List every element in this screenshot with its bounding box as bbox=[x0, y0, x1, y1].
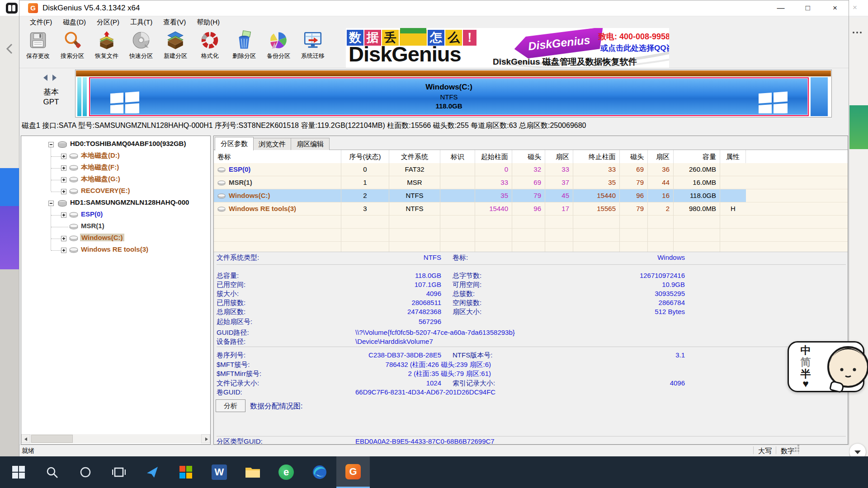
partition-icon bbox=[217, 167, 226, 173]
cortana-button[interactable] bbox=[69, 456, 102, 488]
pinned-app-edge[interactable] bbox=[303, 456, 336, 488]
expand-icon[interactable] bbox=[61, 177, 66, 183]
col-header[interactable]: 卷标 bbox=[214, 150, 341, 164]
format-button[interactable]: 格式化 bbox=[193, 28, 227, 67]
menu-view[interactable]: 查看(V) bbox=[158, 17, 191, 28]
col-header[interactable]: 容量 bbox=[674, 150, 720, 164]
collapse-icon[interactable] bbox=[48, 201, 54, 206]
left-background-strip bbox=[0, 16, 19, 456]
tree-item-local-disk-g[interactable]: 本地磁盘(G:) bbox=[21, 174, 210, 186]
delete-partition-button[interactable]: 删除分区 bbox=[227, 28, 261, 67]
expand-icon[interactable] bbox=[61, 154, 66, 159]
windows-re-partition-segment[interactable] bbox=[811, 77, 828, 116]
resize-grip[interactable] bbox=[792, 450, 794, 452]
new-partition-button[interactable]: 新建分区 bbox=[158, 28, 193, 67]
guid-path-value: \\?\Volume{fcf0fc5b-5207-47ce-a60a-7da61… bbox=[355, 328, 515, 338]
menu-help[interactable]: 帮助(H) bbox=[192, 17, 225, 28]
ad-banner[interactable]: 数 据 丢 怎 么 ！ DiskGenius DiskGenius 致电: 40… bbox=[346, 28, 669, 68]
tree-item-windows-c[interactable]: Windows(C:) bbox=[21, 233, 210, 244]
scroll-right-icon[interactable] bbox=[201, 434, 210, 443]
col-header[interactable]: 文件系统 bbox=[389, 150, 440, 164]
tree-item-recovery-e[interactable]: RECOVERY(E:) bbox=[21, 186, 210, 197]
tab-partition-parameters[interactable]: 分区参数 bbox=[215, 137, 254, 150]
menu-disk[interactable]: 磁盘(D) bbox=[58, 17, 91, 28]
system-migration-button[interactable]: 系统迁移 bbox=[296, 28, 330, 67]
collapse-icon[interactable] bbox=[48, 142, 54, 147]
search-icon bbox=[45, 465, 59, 479]
minimize-button[interactable]: — bbox=[768, 0, 794, 16]
more-options-icon[interactable] bbox=[853, 32, 854, 33]
recover-files-icon bbox=[96, 30, 117, 51]
expand-icon[interactable] bbox=[61, 212, 66, 218]
recover-files-button[interactable]: 恢复文件 bbox=[90, 28, 124, 67]
col-header[interactable]: 终止柱面 bbox=[573, 150, 620, 164]
menu-file[interactable]: 文件(F) bbox=[25, 17, 57, 28]
prev-disk-arrow-icon[interactable] bbox=[43, 75, 47, 81]
background-close-icon[interactable]: × bbox=[853, 3, 857, 12]
tree-item-windows-re-tools[interactable]: Windows RE tools(3) bbox=[21, 244, 210, 256]
expand-icon[interactable] bbox=[61, 236, 66, 241]
background-window-icon[interactable] bbox=[6, 3, 18, 14]
taskbar-search-button[interactable] bbox=[35, 456, 69, 488]
heart-icon[interactable]: ♥ bbox=[799, 378, 812, 390]
col-header[interactable]: 扇区 bbox=[545, 150, 573, 164]
col-header[interactable]: 扇区 bbox=[648, 150, 674, 164]
scroll-left-icon[interactable] bbox=[21, 434, 30, 443]
tree-horizontal-scrollbar[interactable] bbox=[21, 434, 210, 443]
ad-qq-link[interactable]: 或点击此处选择QQ咨询 bbox=[600, 43, 669, 53]
hard-disk-icon bbox=[57, 141, 67, 149]
expand-icon[interactable] bbox=[61, 165, 66, 171]
tree-item-local-disk-f[interactable]: 本地磁盘(F:) bbox=[21, 162, 210, 174]
window-title: DiskGenius V5.4.3.1342 x64 bbox=[42, 4, 140, 13]
expand-icon[interactable] bbox=[61, 189, 66, 194]
col-header[interactable]: 序号(状态) bbox=[341, 150, 389, 164]
menu-tools[interactable]: 工具(T) bbox=[125, 17, 157, 28]
task-view-icon bbox=[112, 465, 126, 479]
pinned-app-store[interactable] bbox=[169, 456, 203, 488]
device-path-value: \Device\HarddiskVolume7 bbox=[355, 338, 433, 347]
back-arrow-icon[interactable] bbox=[4, 42, 16, 55]
quick-partition-button[interactable]: 快速分区 bbox=[124, 28, 158, 67]
col-header[interactable]: 属性 bbox=[720, 150, 746, 164]
expand-icon[interactable] bbox=[61, 248, 66, 253]
scrollbar-thumb[interactable] bbox=[31, 435, 73, 443]
esp-partition-segment[interactable] bbox=[77, 77, 81, 116]
cortana-icon bbox=[79, 465, 92, 479]
format-icon bbox=[199, 30, 220, 51]
tree-item-local-disk-d[interactable]: 本地磁盘(D:) bbox=[21, 150, 210, 162]
pinned-app-green-browser[interactable]: e bbox=[269, 456, 303, 488]
tab-browse-files[interactable]: 浏览文件 bbox=[253, 138, 292, 150]
tree-item-hd0[interactable]: HD0:TOSHIBAMQ04ABF100(932GB) bbox=[21, 139, 210, 150]
backup-partition-button[interactable]: 备份分区 bbox=[261, 28, 296, 67]
msr-partition-segment[interactable] bbox=[83, 77, 87, 116]
start-button[interactable] bbox=[2, 456, 35, 488]
col-header[interactable]: 标识 bbox=[440, 150, 475, 164]
task-view-button[interactable] bbox=[102, 456, 136, 488]
pinned-app-word[interactable]: W bbox=[203, 456, 236, 488]
close-button[interactable]: × bbox=[822, 0, 848, 16]
pinned-app-file-explorer[interactable] bbox=[236, 456, 269, 488]
maximize-button[interactable]: □ bbox=[795, 0, 821, 16]
desktop-wallpaper-blue bbox=[0, 168, 19, 206]
edge-icon bbox=[312, 465, 327, 480]
partition-detail-panel: 分区参数 浏览文件 扇区编辑 卷标 序号(状态) 文件系统 标识 起始柱面 磁头… bbox=[213, 136, 848, 445]
tree-item-esp[interactable]: ESP(0) bbox=[21, 209, 210, 221]
tree-item-msr[interactable]: MSR(1) bbox=[21, 221, 210, 233]
search-partition-button[interactable]: 搜索分区 bbox=[55, 28, 90, 67]
detail-value: NTFS bbox=[335, 253, 441, 263]
partition-type-guid-value: EBD0A0A2-B9E5-4433-87C0-68B6B72699C7 bbox=[355, 437, 495, 445]
col-header[interactable]: 磁头 bbox=[512, 150, 545, 164]
tab-sector-editor[interactable]: 扇区编辑 bbox=[291, 138, 330, 150]
col-header[interactable]: 磁头 bbox=[620, 150, 648, 164]
tree-item-hd1[interactable]: HD1:SAMSUNGMZNLN128HAHQ-000 bbox=[21, 197, 210, 209]
system-migration-icon bbox=[302, 30, 323, 51]
next-disk-arrow-icon[interactable] bbox=[52, 75, 57, 81]
pinned-app-messenger[interactable] bbox=[136, 456, 169, 488]
analyze-button[interactable]: 分析 bbox=[216, 399, 245, 412]
save-changes-button[interactable]: 保存更改 bbox=[21, 28, 55, 67]
col-header[interactable]: 起始柱面 bbox=[475, 150, 512, 164]
taskbar-diskgenius-active[interactable]: G bbox=[336, 456, 370, 488]
menu-partition[interactable]: 分区(P) bbox=[92, 17, 124, 28]
windows-c-partition-segment[interactable]: Windows(C:) NTFS 118.0GB bbox=[89, 77, 809, 116]
desktop-wallpaper-purple bbox=[0, 206, 19, 269]
